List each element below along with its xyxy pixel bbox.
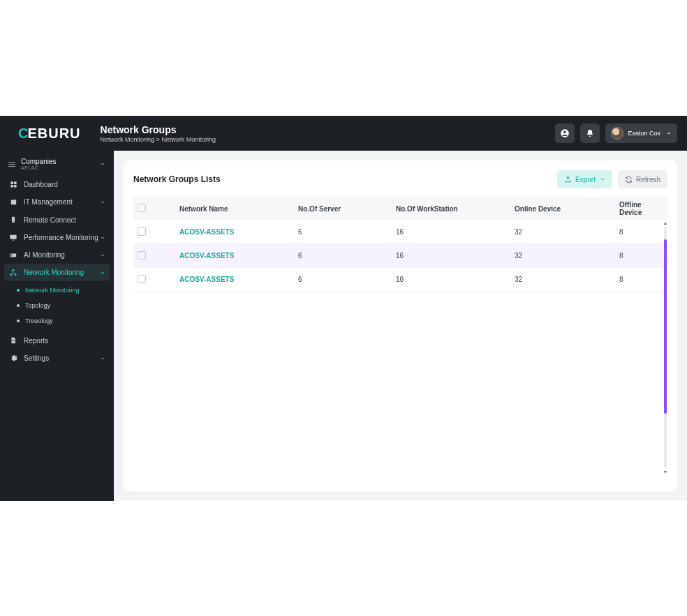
svg-rect-11 [11,254,13,255]
cell-workstation: 16 [396,228,515,236]
col-no-of-workstation: No.Of WorkStation [396,205,515,213]
briefcase-icon [8,198,18,206]
app-header: CEBURU Network Groups Network Monitoring… [0,116,687,151]
network-name-link[interactable]: ACOSV-ASSETS [179,228,298,236]
companies-selector[interactable]: Companies AFLAC [4,155,110,176]
svg-rect-8 [10,235,16,239]
network-icon [8,269,18,276]
export-label: Export [575,176,596,183]
header-title-block: Network Groups Network Monitoring > Netw… [101,124,216,143]
cell-server: 6 [298,252,396,260]
ai-icon [8,252,18,259]
account-button[interactable] [555,123,575,143]
menu-icon [8,162,15,167]
cell-server: 6 [298,228,396,236]
select-all-checkbox[interactable] [138,204,146,212]
col-no-of-server: No.Of Server [298,205,396,213]
svg-rect-4 [10,185,13,188]
card-title: Network Groups Lists [133,174,221,184]
logo-text: EBURU [27,126,80,142]
cell-offline: 8 [619,252,663,260]
cell-offline: 8 [619,276,663,283]
sidebar-item-reports[interactable]: Reports [4,331,110,350]
sidebar-sub-label: Network Monitoring [25,287,80,294]
table-row[interactable]: ACOSV-ASSETS 6 16 32 8 [133,220,667,244]
svg-rect-12 [11,255,13,256]
cell-workstation: 16 [396,252,515,260]
refresh-icon [625,176,633,183]
companies-value: AFLAC [21,165,100,170]
svg-rect-16 [13,340,15,340]
col-online-device: Online Device [515,205,619,213]
table-row[interactable]: ACOSV-ASSETS 6 16 32 8 [133,244,667,268]
remote-icon [8,216,18,224]
sidebar-item-dashboard[interactable]: Dashboard [4,176,110,193]
sidebar-item-label: IT Management [24,198,100,206]
app-logo: CEBURU [18,126,81,142]
refresh-button[interactable]: Refresh [618,170,667,188]
network-name-link[interactable]: ACOSV-ASSETS [179,276,298,283]
cell-offline: 8 [619,228,663,236]
chevron-down-icon [100,253,105,258]
refresh-label: Refresh [636,176,660,183]
bell-icon [586,129,594,137]
main-content: Network Groups Lists Export Refresh [114,151,687,501]
scroll-track[interactable] [664,227,667,468]
scroll-up-arrow[interactable]: ▲ [663,220,667,225]
svg-rect-17 [13,340,15,341]
sidebar-submenu-network: Network Monitoring Topology Treeology [4,281,110,331]
sidebar-item-settings[interactable]: Settings [4,350,110,367]
svg-rect-9 [13,240,15,241]
sidebar-sub-topology[interactable]: Topology [4,298,110,313]
gear-icon [8,354,18,362]
cell-online: 32 [515,228,619,236]
sidebar-item-ai-monitoring[interactable]: AI Monitoring [4,246,110,264]
svg-point-7 [13,221,13,222]
sidebar-item-network-monitoring[interactable]: Network Monitoring [4,264,110,281]
row-checkbox[interactable] [138,227,146,236]
cell-workstation: 16 [396,276,515,283]
sidebar-sub-network-monitoring[interactable]: Network Monitoring [4,283,110,298]
sidebar-item-performance-monitoring[interactable]: Performance Monitoring [4,229,110,246]
row-checkbox[interactable] [138,275,146,283]
sidebar-item-label: AI Monitoring [24,251,100,259]
cell-online: 32 [515,252,619,260]
user-name: Easton Cox [628,130,660,137]
user-menu[interactable]: Easton Cox [605,123,677,143]
scroll-thumb[interactable] [664,239,667,414]
chevron-down-icon [100,235,105,241]
chevron-down-icon [100,161,105,167]
cell-server: 6 [298,276,396,283]
dashboard-icon [8,181,18,188]
svg-rect-2 [10,181,13,184]
sidebar-item-label: Dashboard [24,181,105,188]
reports-icon [8,336,18,345]
sidebar-item-label: Network Monitoring [24,269,100,276]
export-button[interactable]: Export [557,170,612,188]
cell-online: 32 [515,276,619,283]
chevron-down-icon [100,356,105,361]
sidebar-item-remote-connect[interactable]: Remote Connect [4,211,110,229]
sidebar-item-it-management[interactable]: IT Management [4,193,110,211]
svg-rect-3 [13,181,16,184]
col-network-name: Network Name [179,205,298,213]
monitor-icon [8,234,18,241]
chevron-down-icon [600,176,605,182]
table-row[interactable]: ACOSV-ASSETS 6 16 32 8 [133,268,667,292]
chevron-down-icon [666,130,672,136]
svg-point-1 [564,130,567,133]
breadcrumb: Network Monitoring > Network Monitoring [101,136,216,143]
row-checkbox[interactable] [138,251,146,260]
card-header: Network Groups Lists Export Refresh [133,170,667,188]
table-scrollbar[interactable]: ▲ ▼ [663,220,667,474]
sidebar-sub-treeology[interactable]: Treeology [4,313,110,329]
network-groups-card: Network Groups Lists Export Refresh [124,160,677,491]
network-groups-table: Network Name No.Of Server No.Of WorkStat… [133,197,667,481]
col-offline-device: Offline Device [619,201,663,216]
network-name-link[interactable]: ACOSV-ASSETS [179,252,298,260]
notifications-button[interactable] [580,123,600,143]
sidebar-item-label: Settings [24,354,100,362]
chevron-up-icon [100,270,105,276]
scroll-down-arrow[interactable]: ▼ [663,469,667,474]
user-circle-icon [560,128,570,138]
